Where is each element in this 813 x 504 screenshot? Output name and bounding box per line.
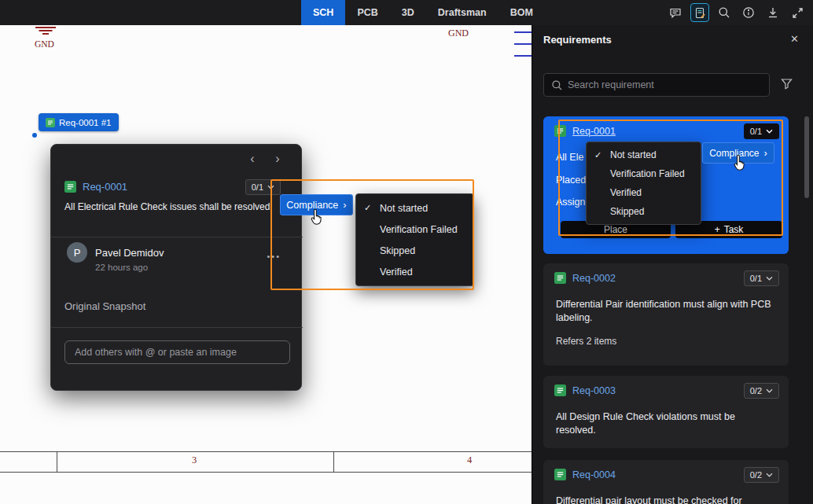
tab-bom[interactable]: BOM [498,0,545,25]
comments-icon[interactable] [666,3,685,22]
requirement-doc-icon [554,469,566,480]
compliance-button[interactable]: Compliance › [280,194,353,215]
menu-item-skipped[interactable]: Skipped [356,240,473,261]
requirement-id-link[interactable]: Req-0004 [572,469,616,480]
divider [51,237,303,237]
menu-item-verification-failed[interactable]: Verification Failed [587,164,701,183]
verification-status-chip[interactable]: 0/1 [744,123,779,139]
fullscreen-icon[interactable] [788,3,807,22]
requirement-tag[interactable]: Req-0001 #1 [39,113,119,131]
requirement-id-link[interactable]: Req-0001 [572,126,616,137]
original-snapshot-label: Original Snapshot [64,300,145,312]
chevron-down-icon [766,388,773,393]
menu-item-verification-failed[interactable]: Verification Failed [356,219,473,240]
info-icon[interactable] [739,3,758,22]
chevron-down-icon [267,185,274,189]
download-icon[interactable] [763,3,782,22]
compliance-status-menu: ✓ Not started Verification Failed Verifi… [586,142,701,225]
filter-icon[interactable] [781,78,793,90]
verification-status-chip[interactable]: 0/2 [744,467,779,483]
sheet-zone-number: 4 [467,454,472,466]
tab-draftsman[interactable]: Draftsman [426,0,498,25]
status-count: 0/2 [750,386,762,395]
verification-status-chip[interactable]: 0/1 [744,270,779,286]
requirement-text: Differential Pair identification must al… [556,298,778,325]
search-input[interactable] [568,74,764,96]
view-tabs: SCH PCB 3D Draftsman BOM [301,0,545,25]
search-box [543,73,770,97]
close-icon[interactable]: ✕ [789,31,800,46]
topbar: SCH PCB 3D Draftsman BOM [0,0,813,25]
compliance-label: Compliance [286,200,338,211]
requirement-id-link[interactable]: Req-0002 [572,273,616,284]
requirement-anchor-dot [32,133,37,138]
chevron-down-icon [766,129,773,134]
chevron-right-icon[interactable]: › [270,151,285,167]
requirement-doc-icon [554,272,566,284]
menu-item-not-started[interactable]: ✓ Not started [587,145,701,164]
wire-stub [514,55,532,57]
menu-item-skipped[interactable]: Skipped [587,202,701,221]
requirement-doc-icon [64,181,76,193]
requirement-card-req-0003[interactable]: Req-0003 0/2 All Design Rule Check viola… [543,376,789,448]
compliance-label: Compliance [709,148,759,159]
wire-stub [514,31,532,33]
check-icon: ✓ [364,203,371,213]
author-name: Pavel Demidov [95,247,164,259]
compliance-status-menu: ✓ Not started Verification Failed Skippe… [355,193,474,286]
compliance-button[interactable]: Compliance › [702,142,774,164]
comment-input[interactable] [64,340,290,364]
verification-status-chip[interactable]: 0/1 [245,179,281,195]
gnd-net-label-left: GND [35,39,54,49]
chevron-right-icon: › [343,200,346,210]
tab-pcb[interactable]: PCB [345,0,389,25]
more-options-icon[interactable]: ••• [267,252,281,261]
card-text-fragment: All Ele [556,152,583,163]
sheet-border-line [0,472,532,473]
requirement-text: Differential pair layout must be checked… [556,495,778,504]
requirement-doc-icon [554,384,566,396]
check-icon: ✓ [594,150,601,160]
requirement-id-link[interactable]: Req-0001 [83,181,127,193]
status-count: 0/1 [750,127,762,136]
status-count: 0/2 [750,470,762,480]
topbar-actions [666,0,807,25]
requirement-text: All Design Rule Check violations must be… [556,410,778,437]
chevron-down-icon [766,473,773,477]
search-icon[interactable] [715,3,734,22]
card-text-fragment: Assign [556,197,586,208]
tab-sch[interactable]: SCH [301,0,345,25]
divider [51,327,303,328]
wire-stub [514,43,532,45]
status-count: 0/1 [252,182,263,192]
requirement-description: All Electrical Rule Check issues shall b… [64,201,300,212]
requirement-doc-icon [554,125,566,137]
requirement-id-link[interactable]: Req-0003 [572,385,616,396]
menu-item-verified[interactable]: Verified [356,261,473,282]
chevron-left-icon[interactable]: ‹ [245,151,260,167]
sheet-zone-tick [333,451,334,472]
avatar: P [67,242,87,263]
sheet-zone-number: 3 [192,454,197,466]
requirement-card-req-0002[interactable]: Req-0002 0/1 Differential Pair identific… [543,263,789,366]
menu-item-not-started[interactable]: ✓ Not started [356,197,473,219]
chevron-right-icon: › [764,148,767,158]
requirement-doc-icon [46,118,55,127]
verification-status-chip[interactable]: 0/2 [744,383,779,399]
comment-timestamp: 22 hours ago [95,263,148,272]
card-text-fragment: Placed [556,175,586,186]
search-icon [551,79,563,91]
requirements-icon[interactable] [690,3,709,22]
menu-item-verified[interactable]: Verified [587,183,701,202]
gnd-net-label-right: GND [448,28,469,39]
status-count: 0/1 [750,274,762,283]
requirements-panel: Requirements ✕ Req-0001 0 [532,25,813,504]
requirement-card-req-0004[interactable]: Req-0004 0/2 Differential pair layout mu… [543,460,789,504]
tab-3d[interactable]: 3D [390,0,426,25]
sheet-zone-tick [57,451,57,472]
scrollbar-thumb[interactable] [804,116,809,198]
chevron-down-icon [766,276,773,281]
refers-items-label[interactable]: Refers 2 items [556,336,616,347]
app-window: SCH PCB 3D Draftsman BOM [0,0,813,504]
plus-icon: + [715,224,720,235]
